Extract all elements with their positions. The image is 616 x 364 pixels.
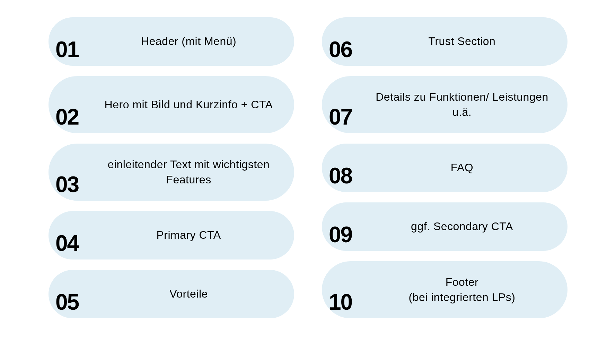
step-number: 01 (55, 38, 94, 61)
step-label: Details zu Funktionen/ Leistungen u.ä. (367, 90, 557, 119)
step-number: 03 (55, 173, 94, 195)
step-number: 05 (55, 291, 94, 313)
step-label: Trust Section (367, 34, 557, 49)
left-column: 01 Header (mit Menü) 02 Hero mit Bild un… (49, 17, 294, 347)
step-08: 08 FAQ (322, 144, 567, 192)
step-05: 05 Vorteile (49, 270, 294, 318)
step-label: Header (mit Menü) (94, 34, 284, 49)
step-number: 06 (329, 38, 367, 61)
step-09: 09 ggf. Secondary CTA (322, 202, 567, 251)
step-label: ggf. Secondary CTA (367, 219, 557, 234)
step-number: 02 (55, 106, 94, 128)
step-number: 08 (329, 165, 367, 187)
step-07: 07 Details zu Funktionen/ Leistungen u.ä… (322, 76, 567, 133)
step-number: 10 (329, 291, 367, 313)
step-label: Primary CTA (94, 228, 284, 243)
step-label: einleitender Text mit wichtigsten Featur… (94, 157, 284, 187)
step-01: 01 Header (mit Menü) (49, 17, 294, 66)
step-02: 02 Hero mit Bild und Kurzinfo + CTA (49, 76, 294, 133)
step-10: 10 Footer(bei integrierten LPs) (322, 261, 567, 318)
right-column: 06 Trust Section 07 Details zu Funktione… (322, 17, 567, 347)
step-label: Footer(bei integrierten LPs) (367, 275, 557, 304)
step-label: FAQ (367, 160, 557, 175)
step-label: Hero mit Bild und Kurzinfo + CTA (94, 97, 284, 112)
step-number: 04 (55, 232, 94, 254)
step-04: 04 Primary CTA (49, 211, 294, 260)
step-number: 07 (329, 106, 367, 128)
step-label: Vorteile (94, 286, 284, 301)
step-06: 06 Trust Section (322, 17, 567, 66)
diagram-container: 01 Header (mit Menü) 02 Hero mit Bild un… (49, 17, 567, 347)
step-number: 09 (329, 224, 367, 246)
step-03: 03 einleitender Text mit wichtigsten Fea… (49, 144, 294, 201)
